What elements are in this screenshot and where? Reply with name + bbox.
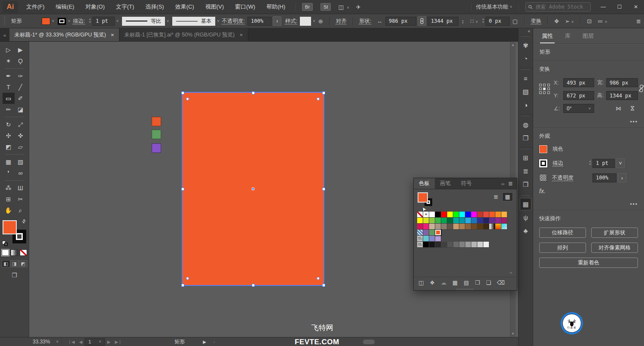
live-corner-widget[interactable] [186, 97, 189, 100]
gradient-button[interactable] [11, 249, 18, 256]
panel-tab-3[interactable]: 图层 [577, 28, 600, 43]
grid-view-icon[interactable]: ▦ [502, 192, 513, 201]
align-pixel-grid-button[interactable]: 对齐像素网格 [591, 243, 638, 253]
next-page-icon[interactable]: ▶ [107, 340, 110, 344]
live-corner-widget[interactable] [186, 277, 189, 280]
document-tab-2[interactable]: 未标题-1 [已恢复].ai* @ 50% (RGB/GPU 预览)✕ [119, 28, 248, 41]
arrange-button[interactable]: 排列 [539, 243, 586, 253]
artboard-tool[interactable]: ⊞ [3, 194, 15, 205]
menu-file[interactable]: 文件(F) [21, 3, 50, 11]
swatch-color[interactable] [423, 218, 429, 224]
swatch-color[interactable] [453, 224, 459, 230]
collapse-dock-icon[interactable]: « [519, 28, 533, 35]
workspace-switcher[interactable]: 传统基本功能 ˅ [474, 3, 514, 11]
hand-tool[interactable]: ✋ [3, 205, 15, 216]
selection-center-point[interactable] [252, 188, 254, 190]
swatch-color[interactable] [465, 212, 471, 218]
flip-horizontal-icon[interactable]: ⋈ [616, 105, 621, 112]
width-tool[interactable]: ✣ [3, 130, 15, 141]
align-panel-icon[interactable]: ≣ [520, 165, 531, 177]
swatches-tab-3[interactable]: 符号 [456, 178, 477, 189]
swatch-color[interactable] [435, 242, 441, 248]
swatch-color[interactable] [435, 218, 441, 224]
swatch-transparency[interactable] [501, 224, 507, 230]
unlink-proportions-icon[interactable] [638, 85, 644, 94]
new-swatch-icon[interactable]: ❏ [486, 279, 491, 286]
symbol-sprayer-tool[interactable]: ⁂ [3, 182, 15, 194]
swatch-color[interactable] [483, 224, 489, 230]
swatch-color[interactable] [429, 230, 435, 236]
eraser-tool[interactable]: ◪ [15, 104, 27, 115]
brush-definition-dropdown[interactable]: 基本 [172, 17, 215, 26]
swatch-color[interactable] [489, 212, 495, 218]
swatch-color[interactable] [471, 224, 477, 230]
angle-dropdown[interactable]: 0°˅ [563, 104, 594, 113]
panel-grip[interactable] [3, 17, 7, 25]
cloud-sync-icon[interactable]: ☁ [441, 279, 446, 286]
prev-page-icon[interactable]: ◀ [79, 340, 82, 344]
swatch-color[interactable] [423, 236, 429, 242]
offset-path-button[interactable]: 位移路径 [539, 228, 586, 238]
shape-label[interactable]: 形状: [359, 18, 371, 25]
opacity-panel-arrow[interactable]: › [618, 173, 626, 182]
canvas-color-square-3[interactable] [152, 143, 161, 153]
swatch-registration[interactable]: ⌖ [423, 212, 429, 218]
live-corner-widget[interactable] [317, 97, 320, 100]
horizontal-scrollbar-thumb[interactable] [363, 340, 375, 344]
stroke-color-swatch[interactable] [58, 18, 66, 25]
swatch-color[interactable] [477, 242, 483, 248]
lasso-tool[interactable]: Ϙ [15, 55, 27, 67]
more-options-icon[interactable]: ••• [533, 118, 644, 127]
reference-point-selector[interactable] [539, 84, 550, 95]
perspective-grid-tool[interactable]: ▱ [15, 141, 27, 152]
selection-handle[interactable] [322, 188, 325, 191]
adobe-stock-search[interactable]: ⚲ [525, 2, 591, 12]
selection-handle[interactable] [181, 284, 184, 287]
color-guide-panel-icon[interactable]: ◔ [520, 52, 531, 65]
swatch-color[interactable] [447, 242, 453, 248]
control-menu-icon[interactable]: ≣ [636, 18, 641, 24]
shaper-tool[interactable]: ✏ [3, 104, 15, 115]
swatch-color[interactable] [465, 242, 471, 248]
swatch-color[interactable] [441, 242, 447, 248]
width-field[interactable]: 986 px [606, 78, 638, 87]
search-input[interactable] [535, 3, 584, 10]
scale-tool[interactable]: ⤢ [15, 119, 27, 130]
swatch-color-selected[interactable] [435, 230, 441, 236]
first-page-icon[interactable]: ❘◀ [68, 340, 75, 344]
panel-grip[interactable] [521, 36, 530, 38]
stroke-color-swatch[interactable] [539, 159, 547, 167]
gradient-panel-icon[interactable]: ▧ [520, 85, 531, 98]
selection-handle[interactable] [181, 91, 184, 94]
curvature-tool[interactable]: ✑ [15, 70, 27, 82]
pen-tool[interactable]: ✒ [3, 70, 15, 82]
puppet-warp-tool[interactable]: ✜ [15, 130, 27, 141]
link-dimensions-icon[interactable] [418, 16, 426, 26]
bridge-button[interactable]: Br [302, 3, 313, 11]
swatch-color[interactable] [429, 218, 435, 224]
shape-height-field[interactable]: 1344 px [427, 17, 458, 26]
draw-inside-mode[interactable]: ◩ [19, 260, 27, 267]
menu-view[interactable]: 视图(V) [200, 3, 229, 11]
swatch-color[interactable] [417, 218, 423, 224]
swatch-group-folder[interactable] [417, 236, 423, 242]
swatch-color[interactable] [495, 212, 501, 218]
last-page-icon[interactable]: ▶❘ [115, 340, 122, 344]
scroll-up-icon[interactable]: ▲ [511, 43, 515, 47]
stroke-weight-value[interactable]: 1 pt [92, 17, 115, 26]
chevron-down-icon[interactable]: ˅ [313, 19, 315, 23]
color-themes-icon[interactable]: ❖ [430, 279, 435, 286]
close-button[interactable]: ✕ [628, 1, 644, 12]
opacity-value[interactable]: 100% [247, 17, 272, 26]
swatch-color[interactable] [483, 242, 489, 248]
menu-type[interactable]: 文字(T) [110, 3, 140, 11]
draw-normal-mode[interactable]: ◧ [2, 260, 10, 267]
graphic-style-swatch[interactable] [300, 17, 311, 26]
swatch-color[interactable] [435, 212, 441, 218]
swatch-color[interactable] [417, 224, 423, 230]
corner-stepper[interactable]: ˄˅ [482, 18, 484, 24]
align-label[interactable]: 对齐 [336, 18, 347, 25]
x-field[interactable]: 493 px [563, 78, 594, 87]
swatch-color[interactable] [423, 242, 429, 248]
stroke-label[interactable]: 描边 [552, 160, 563, 167]
